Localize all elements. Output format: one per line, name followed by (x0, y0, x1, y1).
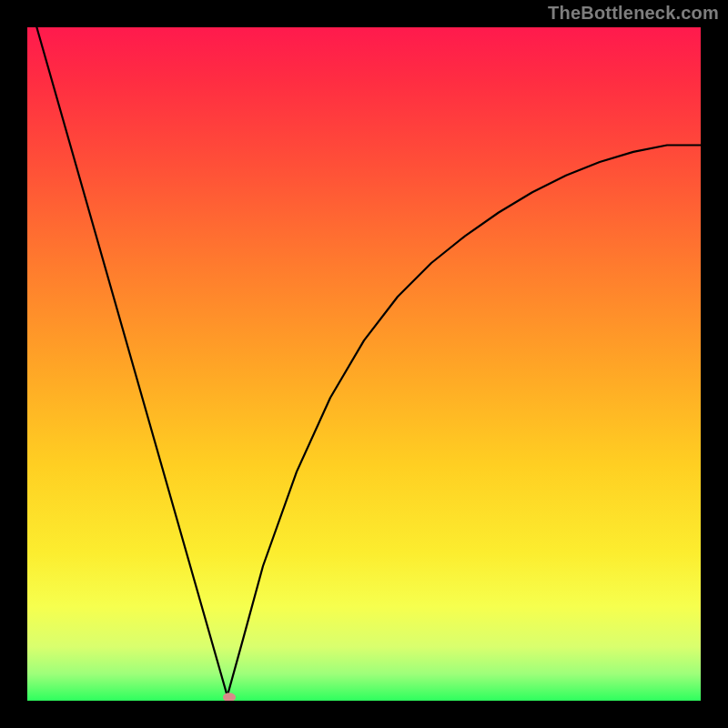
plot-area (27, 27, 701, 701)
chart-frame: TheBottleneck.com (0, 0, 728, 728)
bottleneck-curve (36, 27, 701, 696)
min-point-marker (223, 693, 236, 701)
curve-svg (27, 27, 701, 701)
watermark-text: TheBottleneck.com (548, 3, 719, 24)
